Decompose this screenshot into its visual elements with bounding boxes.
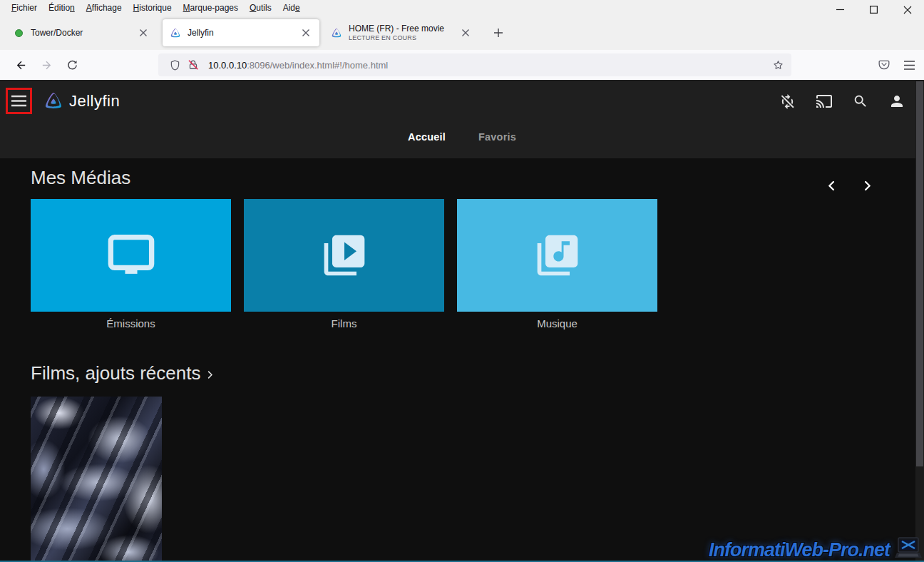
window-controls — [823, 0, 924, 19]
chevron-left-icon — [825, 179, 838, 193]
tab-title: Tower/Docker — [31, 28, 135, 38]
jellyfin-logo — [43, 91, 63, 111]
close-icon — [461, 29, 470, 37]
tab-playing-badge: LECTURE EN COURS — [349, 34, 458, 41]
watermark: InformatiWeb-Pro.net — [709, 537, 923, 560]
menu-label-part: utils — [256, 3, 271, 13]
cast-icon — [816, 93, 833, 110]
video-collection-icon — [320, 231, 369, 280]
chevron-right-icon — [205, 369, 215, 380]
search-icon — [853, 93, 868, 109]
minimize-icon — [836, 6, 844, 14]
user-icon — [888, 93, 905, 110]
menu-label-part: Éditio — [48, 3, 70, 13]
tab-close-button[interactable] — [135, 25, 151, 41]
syncplay-off-button[interactable] — [779, 93, 796, 110]
reload-button[interactable] — [61, 54, 83, 76]
menu-outils[interactable]: Outils — [244, 1, 277, 15]
tab-bar: Tower/Docker Jellyfin HOME (F — [0, 16, 924, 50]
insecure-lock-icon[interactable] — [184, 56, 202, 74]
jellyfin-header: Jellyfin Accueil Favoris — [0, 80, 924, 158]
browser-tab-tower-docker[interactable]: Tower/Docker — [6, 19, 157, 46]
movie-poster[interactable] — [31, 397, 162, 562]
back-icon — [15, 59, 27, 71]
url-bar[interactable]: 10.0.0.10:8096/web/index.html#!/home.htm… — [158, 53, 791, 76]
page-scrollbar[interactable] — [915, 80, 924, 562]
app-title: Jellyfin — [69, 92, 120, 111]
maximize-icon — [870, 6, 878, 14]
chevron-right-icon — [861, 179, 874, 193]
menu-label-part: ichier — [16, 3, 37, 13]
browser-tab-jellyfin[interactable]: Jellyfin — [163, 19, 319, 46]
menu-accesskey: n — [70, 3, 75, 13]
menu-aide[interactable]: Aide — [277, 1, 306, 15]
minimize-button[interactable] — [823, 0, 857, 19]
syncplay-off-icon — [779, 93, 796, 110]
watermark-text: InformatiWeb-Pro.net — [709, 541, 890, 560]
drawer-menu-button-annotated[interactable] — [6, 88, 32, 114]
home-tabs: Accueil Favoris — [0, 131, 924, 143]
pocket-button[interactable] — [873, 54, 895, 76]
music-collection-icon — [533, 231, 582, 280]
library-label-musique[interactable]: Musique — [457, 317, 657, 329]
forward-button[interactable] — [36, 54, 57, 76]
jellyfin-page: Jellyfin Accueil Favoris M — [0, 80, 924, 562]
navigation-toolbar: 10.0.0.10:8096/web/index.html#!/home.htm… — [0, 50, 924, 80]
url-text: 10.0.0.10:8096/web/index.html#!/home.htm… — [208, 60, 769, 71]
browser-window: Fichier Édition Affichage Historique Mar… — [0, 0, 924, 80]
close-icon — [139, 29, 148, 37]
close-window-button[interactable] — [890, 0, 924, 19]
menu-accesskey: e — [295, 3, 300, 13]
pocket-icon — [878, 58, 890, 71]
cast-button[interactable] — [816, 93, 833, 110]
tab-favoris[interactable]: Favoris — [478, 131, 516, 143]
close-icon — [302, 29, 310, 37]
header-actions — [779, 93, 905, 110]
laptop-icon — [893, 537, 923, 560]
hamburger-icon — [11, 95, 27, 107]
maximize-button[interactable] — [857, 0, 890, 19]
user-button[interactable] — [888, 93, 905, 110]
section-title-text: Films, ajouts récents — [31, 362, 200, 384]
tab-accueil[interactable]: Accueil — [408, 131, 446, 143]
tab-title: HOME (FR) - Free movie — [349, 24, 458, 34]
menu-edition[interactable]: Édition — [43, 1, 81, 15]
green-dot-favicon — [15, 29, 23, 37]
carousel-prev-button[interactable] — [822, 176, 841, 195]
jellyfin-favicon — [170, 27, 181, 39]
menu-marque-pages[interactable]: Marque-pages — [178, 1, 244, 15]
forward-icon — [41, 59, 53, 71]
tv-icon — [104, 233, 158, 278]
search-button[interactable] — [853, 93, 868, 109]
menu-accesskey: H — [133, 3, 140, 13]
new-tab-button[interactable] — [488, 22, 509, 44]
menu-accesskey: A — [86, 3, 92, 13]
menu-affichage[interactable]: Affichage — [81, 1, 128, 15]
browser-tab-home-fr[interactable]: HOME (FR) - Free movie LECTURE EN COURS — [324, 19, 479, 46]
library-card-emissions[interactable] — [31, 199, 231, 312]
menu-historique[interactable]: Historique — [128, 1, 178, 15]
menu-bar: Fichier Édition Affichage Historique Mar… — [0, 0, 924, 16]
tab-close-button[interactable] — [458, 25, 473, 41]
library-label-films[interactable]: Films — [244, 317, 444, 329]
close-icon — [903, 6, 912, 14]
menu-label-part: istorique — [139, 3, 171, 13]
tab-label-group: HOME (FR) - Free movie LECTURE EN COURS — [349, 24, 458, 41]
menu-fichier[interactable]: Fichier — [6, 1, 43, 15]
app-menu-icon — [903, 60, 915, 71]
reload-icon — [66, 59, 78, 71]
library-label-emissions[interactable]: Émissions — [31, 317, 231, 329]
carousel-next-button[interactable] — [858, 176, 876, 195]
library-card-films[interactable] — [244, 199, 444, 312]
tab-close-button[interactable] — [298, 25, 314, 41]
bookmark-star-icon[interactable] — [769, 56, 787, 74]
url-path: :8096/web/index.html#!/home.html — [247, 60, 388, 71]
section-title-recent-films[interactable]: Films, ajouts récents — [31, 362, 215, 384]
back-button[interactable] — [10, 54, 31, 76]
app-menu-button[interactable] — [898, 54, 920, 76]
shield-icon[interactable] — [165, 56, 184, 74]
section-title-my-media: Mes Médias — [31, 167, 130, 189]
url-host: 10.0.0.10 — [208, 60, 247, 71]
scrollbar-thumb[interactable] — [916, 81, 923, 466]
library-card-musique[interactable] — [457, 199, 657, 312]
